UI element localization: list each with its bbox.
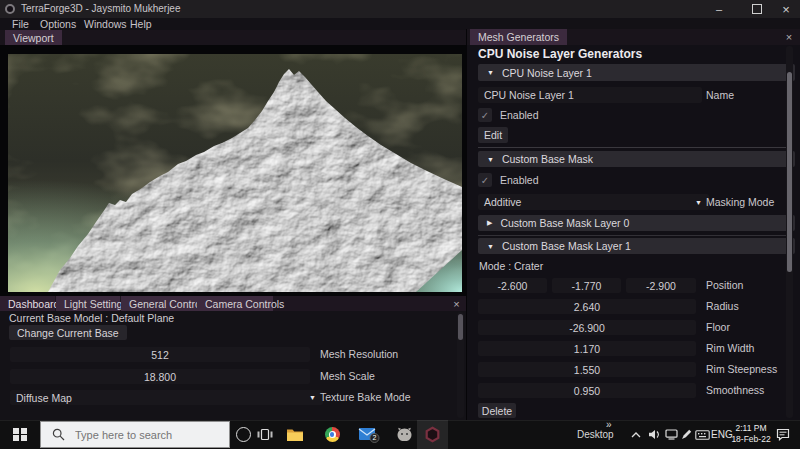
toolbar-overflow-icon[interactable]: » — [606, 419, 612, 430]
collapse-expanded-icon: ▼ — [487, 156, 494, 163]
mesh-generators-scrollbar-thumb[interactable] — [787, 72, 792, 272]
chrome-button[interactable] — [317, 420, 347, 449]
name-label: Name — [706, 87, 734, 103]
layer-enabled-checkbox[interactable]: ✓ — [478, 108, 492, 122]
chevron-up-icon — [631, 432, 641, 438]
position-z-input[interactable]: -2.900 — [626, 278, 696, 293]
tab-light-setting[interactable]: Light Setting — [56, 296, 120, 311]
tab-viewport[interactable]: Viewport — [5, 30, 62, 45]
tab-general-controls[interactable]: General Controls — [121, 296, 197, 311]
minimize-button[interactable]: – — [704, 0, 734, 18]
mode-crater-text: Mode : Crater — [479, 260, 543, 272]
menu-file[interactable]: File — [12, 18, 29, 30]
header-label: Custom Base Mask — [502, 153, 593, 165]
viewport-render[interactable] — [8, 54, 462, 292]
network-icon — [665, 429, 678, 440]
dashboard-scrollbar-thumb[interactable] — [458, 314, 463, 340]
windows-logo-icon — [13, 428, 27, 442]
edit-button[interactable]: Edit — [478, 127, 508, 143]
masking-mode-value: Additive — [484, 196, 521, 208]
terraforge-app-button[interactable] — [417, 420, 448, 449]
maximize-button[interactable] — [742, 0, 772, 18]
show-hidden-icons-button[interactable] — [628, 420, 644, 449]
header-label: Custom Base Mask Layer 0 — [500, 217, 629, 229]
smoothness-input[interactable]: 0.950 — [478, 383, 696, 398]
rim-width-input[interactable]: 1.170 — [478, 341, 696, 356]
mesh-scale-label: Mesh Scale — [320, 369, 375, 384]
texture-bake-mode-value: Diffuse Map — [16, 392, 72, 404]
window-title: TerraForge3D - Jaysmito Mukherjee — [21, 0, 181, 18]
action-center-icon — [776, 428, 790, 441]
header-custom-base-mask-layer-1[interactable]: ▼ Custom Base Mask Layer 1 — [478, 238, 795, 254]
chevron-down-icon: ▼ — [309, 394, 316, 401]
tab-camera-controls[interactable]: Camera Controls — [197, 296, 273, 311]
dashboard-panel-close-icon[interactable]: × — [450, 297, 463, 310]
action-center-button[interactable] — [773, 420, 793, 449]
touch-keyboard-button[interactable] — [693, 420, 711, 449]
radius-input[interactable]: 2.640 — [478, 299, 696, 314]
volume-button[interactable] — [646, 420, 662, 449]
floor-input[interactable]: -26.900 — [478, 320, 696, 335]
pen-button[interactable] — [679, 420, 693, 449]
change-current-base-button[interactable]: Change Current Base — [9, 325, 127, 340]
tab-dashboard[interactable]: Dashboard — [0, 296, 55, 311]
clock[interactable]: 2:11 PM 18-Feb-22 — [731, 423, 771, 445]
tab-mesh-generators[interactable]: Mesh Generators — [470, 29, 567, 45]
collapse-collapsed-icon: ▶ — [487, 219, 492, 227]
panel-title: CPU Noise Layer Generators — [478, 47, 642, 61]
speaker-icon — [648, 429, 661, 440]
mesh-generators-close-icon[interactable]: × — [782, 30, 796, 44]
mesh-resolution-label: Mesh Resolution — [320, 347, 398, 362]
chrome-icon — [325, 427, 340, 442]
task-view-icon — [257, 428, 273, 441]
dashboard-scrollbar[interactable] — [457, 312, 464, 418]
mail-button[interactable]: 2 — [353, 420, 385, 449]
start-button[interactable] — [0, 420, 40, 449]
menu-windows[interactable]: Windows — [84, 18, 127, 30]
smoothness-label: Smoothness — [706, 383, 764, 398]
viewport-tabbar — [0, 30, 466, 45]
delete-button[interactable]: Delete — [478, 403, 516, 418]
mesh-scale-input[interactable]: 18.800 — [10, 369, 310, 384]
keyboard-icon — [695, 430, 710, 440]
search-box[interactable] — [40, 421, 230, 448]
maximize-icon — [752, 4, 762, 14]
collapse-expanded-icon: ▼ — [487, 243, 494, 250]
task-view-button[interactable] — [250, 420, 280, 449]
menu-options[interactable]: Options — [40, 18, 76, 30]
layer-name-input[interactable]: CPU Noise Layer 1 — [478, 87, 702, 103]
github-desktop-button[interactable] — [389, 420, 419, 449]
menu-help[interactable]: Help — [130, 18, 152, 30]
mesh-resolution-input[interactable]: 512 — [10, 347, 310, 362]
header-custom-base-mask-layer-0[interactable]: ▶ Custom Base Mask Layer 0 — [478, 215, 795, 231]
position-label: Position — [706, 278, 743, 293]
close-window-button[interactable]: × — [772, 0, 800, 18]
texture-bake-mode-combo[interactable]: Diffuse Map ▼ — [10, 390, 323, 405]
file-explorer-button[interactable] — [280, 420, 310, 449]
chevron-down-icon: ▼ — [695, 199, 702, 206]
rim-steepness-label: Rim Steepness — [706, 362, 777, 377]
terraforge-hexagon-icon — [424, 426, 441, 443]
current-base-model-text: Current Base Model : Default Plane — [9, 312, 174, 324]
cortana-icon — [236, 427, 251, 442]
header-cpu-noise-layer-1[interactable]: ▼ CPU Noise Layer 1 — [478, 64, 795, 81]
masking-mode-label: Masking Mode — [706, 194, 774, 210]
position-y-input[interactable]: -1.770 — [552, 278, 621, 293]
rim-steepness-input[interactable]: 1.550 — [478, 362, 696, 377]
network-button[interactable] — [663, 420, 679, 449]
texture-bake-mode-label: Texture Bake Mode — [320, 390, 410, 405]
separator — [478, 147, 786, 148]
search-input[interactable] — [73, 428, 217, 442]
mesh-generators-scrollbar[interactable] — [786, 46, 793, 418]
mask-enabled-label: Enabled — [500, 173, 539, 187]
mask-enabled-checkbox[interactable]: ✓ — [478, 173, 492, 187]
clock-date: 18-Feb-22 — [731, 434, 771, 445]
language-indicator[interactable]: ENG — [711, 420, 733, 449]
masking-mode-combo[interactable]: Additive ▼ — [478, 194, 709, 210]
header-custom-base-mask[interactable]: ▼ Custom Base Mask — [478, 151, 795, 167]
separator — [478, 235, 786, 236]
rim-width-label: Rim Width — [706, 341, 754, 356]
github-cat-icon — [396, 427, 413, 442]
position-x-input[interactable]: -2.600 — [478, 278, 547, 293]
layer-enabled-label: Enabled — [500, 108, 539, 122]
